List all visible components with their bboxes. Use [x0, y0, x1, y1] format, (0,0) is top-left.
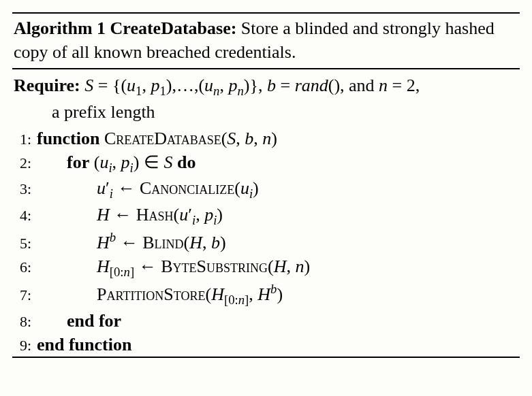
line-number: 9: — [12, 335, 37, 356]
line-content: PartitionStore(H[0:n], Hb) — [37, 280, 520, 308]
line-number: 1: — [12, 129, 37, 150]
line-number: 4: — [12, 205, 37, 226]
code-line: 6: H[0:n] ← ByteSubstring(H, n) — [12, 254, 520, 280]
require-block: Require: S = {(u1, p1),…,(un, pn)}, b = … — [12, 69, 520, 125]
line-content: H[0:n] ← ByteSubstring(H, n) — [37, 254, 520, 280]
line-number: 7: — [12, 285, 37, 306]
code-line: 5: Hb ← Blind(H, b) — [12, 229, 520, 254]
require-label: Require: — [14, 76, 80, 95]
line-number: 5: — [12, 233, 37, 254]
code-line: 7: PartitionStore(H[0:n], Hb) — [12, 280, 520, 308]
algorithm-caption: Algorithm 1 CreateDatabase: Store a blin… — [12, 14, 520, 68]
code-line: 8: end for — [12, 309, 520, 333]
line-content: function CreateDatabase(S, b, n) — [37, 127, 520, 150]
code-line: 2: for (ui, pi) ∈ S do — [12, 150, 520, 176]
code-line: 9: end function — [12, 333, 520, 357]
code-line: 1: function CreateDatabase(S, b, n) — [12, 127, 520, 150]
line-content: end function — [37, 333, 520, 357]
require-math-1: S = {(u1, p1),…,(un, pn)}, b = rand(), a… — [80, 76, 420, 95]
line-number: 6: — [12, 257, 37, 278]
algorithm-body: 1: function CreateDatabase(S, b, n) 2: f… — [12, 125, 520, 357]
line-number: 8: — [12, 312, 37, 332]
line-content: u′i ← Canoncialize(ui) — [37, 176, 520, 202]
bottom-rule — [12, 357, 520, 358]
code-line: 4: H ← Hash(u′i, pi) — [12, 203, 520, 229]
line-number: 2: — [12, 153, 37, 174]
line-content: end for — [37, 309, 520, 333]
require-line-1: Require: S = {(u1, p1),…,(un, pn)}, b = … — [14, 73, 518, 99]
require-line-2: a prefix length — [14, 100, 518, 124]
line-content: Hb ← Blind(H, b) — [37, 229, 520, 254]
line-content: H ← Hash(u′i, pi) — [37, 203, 520, 229]
line-content: for (ui, pi) ∈ S do — [37, 150, 520, 176]
line-number: 3: — [12, 179, 37, 199]
code-line: 3: u′i ← Canoncialize(ui) — [12, 176, 520, 202]
algorithm-label: Algorithm 1 CreateDatabase: — [14, 18, 236, 38]
